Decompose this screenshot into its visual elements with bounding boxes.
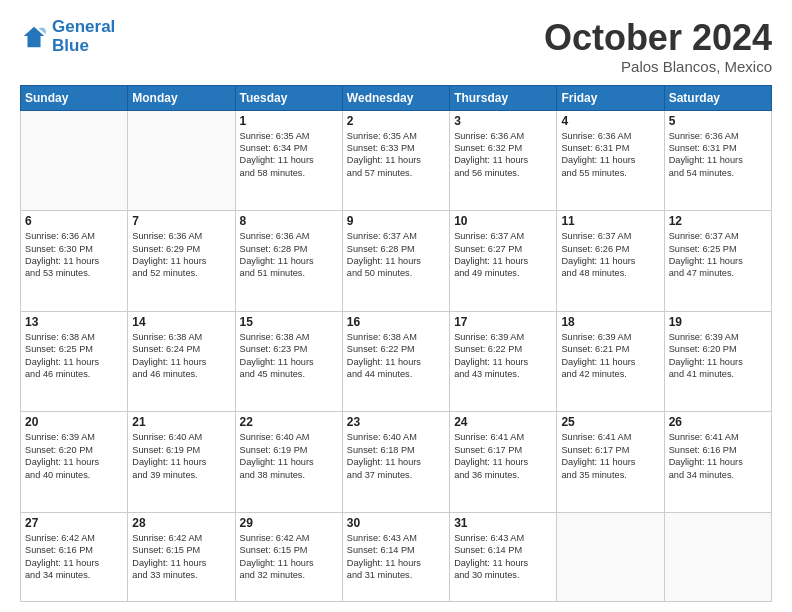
calendar-day-cell: 3Sunrise: 6:36 AMSunset: 6:32 PMDaylight… bbox=[450, 110, 557, 211]
weekday-header: Friday bbox=[557, 85, 664, 110]
day-number: 15 bbox=[240, 315, 338, 329]
calendar-day-cell: 19Sunrise: 6:39 AMSunset: 6:20 PMDayligh… bbox=[664, 311, 771, 412]
day-content: Sunrise: 6:42 AMSunset: 6:15 PMDaylight:… bbox=[240, 532, 338, 582]
day-number: 10 bbox=[454, 214, 552, 228]
day-content: Sunrise: 6:35 AMSunset: 6:33 PMDaylight:… bbox=[347, 130, 445, 180]
day-content: Sunrise: 6:38 AMSunset: 6:25 PMDaylight:… bbox=[25, 331, 123, 381]
calendar-day-cell: 28Sunrise: 6:42 AMSunset: 6:15 PMDayligh… bbox=[128, 512, 235, 601]
day-content: Sunrise: 6:43 AMSunset: 6:14 PMDaylight:… bbox=[347, 532, 445, 582]
day-number: 18 bbox=[561, 315, 659, 329]
day-content: Sunrise: 6:36 AMSunset: 6:29 PMDaylight:… bbox=[132, 230, 230, 280]
day-content: Sunrise: 6:38 AMSunset: 6:24 PMDaylight:… bbox=[132, 331, 230, 381]
day-content: Sunrise: 6:41 AMSunset: 6:16 PMDaylight:… bbox=[669, 431, 767, 481]
calendar-header-row: SundayMondayTuesdayWednesdayThursdayFrid… bbox=[21, 85, 772, 110]
calendar-week-row: 6Sunrise: 6:36 AMSunset: 6:30 PMDaylight… bbox=[21, 211, 772, 312]
day-number: 23 bbox=[347, 415, 445, 429]
day-content: Sunrise: 6:40 AMSunset: 6:19 PMDaylight:… bbox=[132, 431, 230, 481]
day-number: 11 bbox=[561, 214, 659, 228]
day-content: Sunrise: 6:37 AMSunset: 6:28 PMDaylight:… bbox=[347, 230, 445, 280]
calendar-day-cell: 14Sunrise: 6:38 AMSunset: 6:24 PMDayligh… bbox=[128, 311, 235, 412]
calendar-day-cell: 24Sunrise: 6:41 AMSunset: 6:17 PMDayligh… bbox=[450, 412, 557, 513]
calendar-day-cell: 21Sunrise: 6:40 AMSunset: 6:19 PMDayligh… bbox=[128, 412, 235, 513]
header: General Blue October 2024 Palos Blancos,… bbox=[20, 18, 772, 75]
day-number: 26 bbox=[669, 415, 767, 429]
month-title: October 2024 bbox=[544, 18, 772, 58]
day-content: Sunrise: 6:38 AMSunset: 6:22 PMDaylight:… bbox=[347, 331, 445, 381]
day-number: 17 bbox=[454, 315, 552, 329]
day-number: 7 bbox=[132, 214, 230, 228]
day-number: 27 bbox=[25, 516, 123, 530]
day-content: Sunrise: 6:41 AMSunset: 6:17 PMDaylight:… bbox=[561, 431, 659, 481]
weekday-header: Saturday bbox=[664, 85, 771, 110]
day-content: Sunrise: 6:39 AMSunset: 6:21 PMDaylight:… bbox=[561, 331, 659, 381]
day-content: Sunrise: 6:42 AMSunset: 6:15 PMDaylight:… bbox=[132, 532, 230, 582]
day-number: 28 bbox=[132, 516, 230, 530]
calendar-day-cell: 9Sunrise: 6:37 AMSunset: 6:28 PMDaylight… bbox=[342, 211, 449, 312]
day-number: 21 bbox=[132, 415, 230, 429]
day-number: 8 bbox=[240, 214, 338, 228]
calendar-table: SundayMondayTuesdayWednesdayThursdayFrid… bbox=[20, 85, 772, 602]
calendar-day-cell: 5Sunrise: 6:36 AMSunset: 6:31 PMDaylight… bbox=[664, 110, 771, 211]
location-subtitle: Palos Blancos, Mexico bbox=[544, 58, 772, 75]
weekday-header: Monday bbox=[128, 85, 235, 110]
calendar-day-cell: 2Sunrise: 6:35 AMSunset: 6:33 PMDaylight… bbox=[342, 110, 449, 211]
calendar-day-cell: 26Sunrise: 6:41 AMSunset: 6:16 PMDayligh… bbox=[664, 412, 771, 513]
calendar-day-cell bbox=[128, 110, 235, 211]
day-number: 9 bbox=[347, 214, 445, 228]
day-content: Sunrise: 6:36 AMSunset: 6:28 PMDaylight:… bbox=[240, 230, 338, 280]
day-number: 3 bbox=[454, 114, 552, 128]
calendar-day-cell: 20Sunrise: 6:39 AMSunset: 6:20 PMDayligh… bbox=[21, 412, 128, 513]
calendar-day-cell: 8Sunrise: 6:36 AMSunset: 6:28 PMDaylight… bbox=[235, 211, 342, 312]
calendar-week-row: 1Sunrise: 6:35 AMSunset: 6:34 PMDaylight… bbox=[21, 110, 772, 211]
calendar-day-cell: 12Sunrise: 6:37 AMSunset: 6:25 PMDayligh… bbox=[664, 211, 771, 312]
logo-text: General Blue bbox=[52, 18, 115, 55]
calendar-day-cell: 25Sunrise: 6:41 AMSunset: 6:17 PMDayligh… bbox=[557, 412, 664, 513]
day-number: 14 bbox=[132, 315, 230, 329]
calendar-day-cell: 10Sunrise: 6:37 AMSunset: 6:27 PMDayligh… bbox=[450, 211, 557, 312]
calendar-day-cell: 18Sunrise: 6:39 AMSunset: 6:21 PMDayligh… bbox=[557, 311, 664, 412]
calendar-day-cell: 27Sunrise: 6:42 AMSunset: 6:16 PMDayligh… bbox=[21, 512, 128, 601]
calendar-day-cell: 23Sunrise: 6:40 AMSunset: 6:18 PMDayligh… bbox=[342, 412, 449, 513]
logo-icon bbox=[20, 23, 48, 51]
day-content: Sunrise: 6:40 AMSunset: 6:18 PMDaylight:… bbox=[347, 431, 445, 481]
calendar-day-cell: 16Sunrise: 6:38 AMSunset: 6:22 PMDayligh… bbox=[342, 311, 449, 412]
weekday-header: Wednesday bbox=[342, 85, 449, 110]
day-content: Sunrise: 6:35 AMSunset: 6:34 PMDaylight:… bbox=[240, 130, 338, 180]
calendar-day-cell: 1Sunrise: 6:35 AMSunset: 6:34 PMDaylight… bbox=[235, 110, 342, 211]
day-content: Sunrise: 6:43 AMSunset: 6:14 PMDaylight:… bbox=[454, 532, 552, 582]
day-content: Sunrise: 6:37 AMSunset: 6:27 PMDaylight:… bbox=[454, 230, 552, 280]
day-number: 29 bbox=[240, 516, 338, 530]
calendar-week-row: 13Sunrise: 6:38 AMSunset: 6:25 PMDayligh… bbox=[21, 311, 772, 412]
calendar-day-cell bbox=[557, 512, 664, 601]
calendar-week-row: 27Sunrise: 6:42 AMSunset: 6:16 PMDayligh… bbox=[21, 512, 772, 601]
day-number: 2 bbox=[347, 114, 445, 128]
calendar-day-cell: 22Sunrise: 6:40 AMSunset: 6:19 PMDayligh… bbox=[235, 412, 342, 513]
weekday-header: Tuesday bbox=[235, 85, 342, 110]
day-content: Sunrise: 6:39 AMSunset: 6:20 PMDaylight:… bbox=[669, 331, 767, 381]
day-number: 31 bbox=[454, 516, 552, 530]
day-number: 20 bbox=[25, 415, 123, 429]
calendar-day-cell: 6Sunrise: 6:36 AMSunset: 6:30 PMDaylight… bbox=[21, 211, 128, 312]
day-content: Sunrise: 6:39 AMSunset: 6:20 PMDaylight:… bbox=[25, 431, 123, 481]
calendar-week-row: 20Sunrise: 6:39 AMSunset: 6:20 PMDayligh… bbox=[21, 412, 772, 513]
day-content: Sunrise: 6:36 AMSunset: 6:31 PMDaylight:… bbox=[561, 130, 659, 180]
calendar-day-cell bbox=[21, 110, 128, 211]
day-number: 6 bbox=[25, 214, 123, 228]
title-block: October 2024 Palos Blancos, Mexico bbox=[544, 18, 772, 75]
day-content: Sunrise: 6:36 AMSunset: 6:31 PMDaylight:… bbox=[669, 130, 767, 180]
day-content: Sunrise: 6:38 AMSunset: 6:23 PMDaylight:… bbox=[240, 331, 338, 381]
day-number: 4 bbox=[561, 114, 659, 128]
day-content: Sunrise: 6:36 AMSunset: 6:32 PMDaylight:… bbox=[454, 130, 552, 180]
day-content: Sunrise: 6:37 AMSunset: 6:25 PMDaylight:… bbox=[669, 230, 767, 280]
day-content: Sunrise: 6:37 AMSunset: 6:26 PMDaylight:… bbox=[561, 230, 659, 280]
day-number: 19 bbox=[669, 315, 767, 329]
calendar-day-cell: 29Sunrise: 6:42 AMSunset: 6:15 PMDayligh… bbox=[235, 512, 342, 601]
day-content: Sunrise: 6:36 AMSunset: 6:30 PMDaylight:… bbox=[25, 230, 123, 280]
day-content: Sunrise: 6:40 AMSunset: 6:19 PMDaylight:… bbox=[240, 431, 338, 481]
logo: General Blue bbox=[20, 18, 115, 55]
day-number: 25 bbox=[561, 415, 659, 429]
calendar-day-cell: 31Sunrise: 6:43 AMSunset: 6:14 PMDayligh… bbox=[450, 512, 557, 601]
day-number: 1 bbox=[240, 114, 338, 128]
calendar-day-cell: 11Sunrise: 6:37 AMSunset: 6:26 PMDayligh… bbox=[557, 211, 664, 312]
day-number: 12 bbox=[669, 214, 767, 228]
